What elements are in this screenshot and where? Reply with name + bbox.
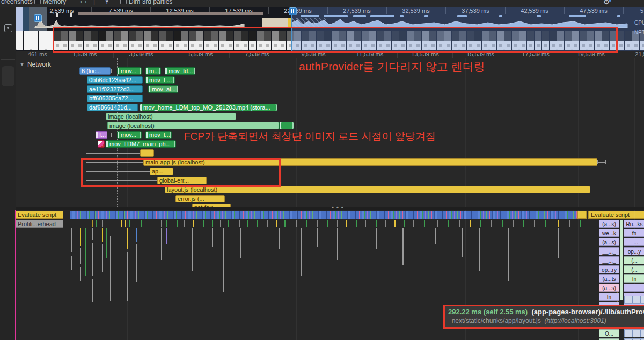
profiling-tick	[129, 220, 130, 227]
upload-icon[interactable]: ↟	[104, 0, 109, 5]
network-request-bar[interactable]: image (localhost)	[106, 113, 236, 120]
flame-frame[interactable]: we...k	[599, 229, 619, 237]
network-request-bar[interactable]	[140, 149, 154, 157]
filmstrip-frame[interactable]	[16, 31, 23, 50]
evaluate-script-activity-bar[interactable]	[70, 211, 577, 219]
ruler-icon[interactable]: ▭	[80, 0, 86, 5]
flame-frame[interactable]: (a...ts	[599, 274, 619, 283]
flame-frame[interactable]: (a...s)	[599, 220, 619, 228]
flame-frame[interactable]: (...	[624, 265, 644, 273]
evaluate-script-frame[interactable]: Evaluate script	[16, 211, 63, 219]
profiling-tick	[569, 220, 570, 227]
sidebar-button[interactable]	[2, 66, 14, 86]
network-request-tail[interactable]	[279, 122, 294, 129]
activity-tick	[106, 228, 107, 258]
profiling-tick	[523, 220, 524, 227]
time-axis-label: -461 ms	[26, 51, 47, 57]
network-request-bar[interactable]: I...	[96, 131, 107, 139]
network-request-bar[interactable]: 0bb6dc123aa42...	[87, 76, 143, 84]
network-request-bar[interactable]: m...	[145, 67, 161, 75]
activity-tick	[240, 228, 241, 258]
flame-frame[interactable]: op...y	[624, 247, 644, 255]
toolbar-separator: |	[93, 0, 95, 5]
filmstrip-frame[interactable]	[24, 31, 31, 50]
main-thread-flamechart: Evaluate script Evaluate script Profili.…	[16, 210, 644, 340]
network-request-bar[interactable]: image (localhost)	[107, 122, 279, 129]
evaluate-script-tail[interactable]	[577, 211, 587, 219]
network-request-bar[interactable]	[98, 140, 105, 148]
network-request-bar[interactable]: mov_Id...	[165, 67, 195, 75]
profiling-tick	[193, 220, 194, 227]
network-request-bar[interactable]: mov_LDM7_main_ph...	[106, 140, 176, 148]
profiling-tick	[177, 220, 178, 227]
annotation-text-authprovider: authProvider를 기다리지 않고 렌더링	[299, 59, 485, 74]
flame-frame[interactable]: __..._	[599, 247, 619, 255]
performance-tooltip: 292.22 ms (self 2.55 ms) (app-pages-brow…	[443, 305, 644, 329]
flame-frame[interactable]: fn	[624, 274, 644, 283]
profiling-tick	[247, 220, 248, 227]
network-request-bar[interactable]: ae11f023272d3...	[87, 85, 143, 93]
network-request-bar[interactable]: 6 (loc...	[79, 67, 111, 75]
evaluate-script-frame-2[interactable]: Evaluate script	[588, 211, 644, 219]
flame-frame[interactable]: fn	[624, 229, 644, 237]
memory-checkbox[interactable]	[34, 0, 41, 4]
flame-grid-frame[interactable]	[624, 296, 644, 304]
profiling-tick	[317, 220, 318, 227]
filmstrip-frame[interactable]	[617, 31, 624, 50]
profiling-tick	[284, 220, 286, 227]
flame-frame[interactable]: fn	[599, 293, 619, 301]
network-request-bar[interactable]: mov...	[117, 131, 142, 139]
network-request-bar[interactable]: layout.js (localhost)	[165, 186, 590, 193]
profiling-tick	[161, 220, 162, 227]
network-request-bar[interactable]: mov_ai...	[148, 85, 178, 93]
activity-tick	[71, 228, 72, 252]
flame-frame[interactable]: Ru...ks	[624, 220, 644, 228]
flame-frame[interactable]	[624, 284, 644, 292]
network-request-bar[interactable]: mov_L...	[145, 76, 175, 84]
performance-toolbar: creenshots Memory ▭ | ↟ Dim 3rd parties …	[0, 0, 644, 8]
network-request-bar[interactable]: error.js (...	[175, 195, 225, 202]
profiling-overhead-frame[interactable]: Profili...erhead	[16, 220, 63, 228]
flame-frame[interactable]: (...	[624, 256, 644, 264]
pause-badge[interactable]	[289, 7, 297, 15]
screenshots-checkbox-label[interactable]: creenshots	[1, 0, 33, 5]
settings-gear-icon[interactable]: ⚙	[603, 0, 610, 6]
profiling-tick	[92, 220, 93, 227]
network-request-bar[interactable]: bff605305ca72...	[87, 95, 143, 102]
screenshot-capture-icon[interactable]	[4, 24, 12, 32]
pause-badge-left[interactable]	[34, 14, 42, 22]
gridline	[409, 210, 409, 340]
network-request-bar[interactable]: mov...	[117, 67, 142, 75]
filmstrip-frame[interactable]	[31, 31, 38, 50]
network-request-bar[interactable]: daf68661421d...	[87, 104, 138, 111]
gridline	[296, 210, 297, 340]
activity-tick	[92, 279, 93, 302]
network-track-title[interactable]: ▼Network	[19, 61, 51, 68]
dim-checkbox[interactable]	[120, 0, 127, 4]
network-request-bar[interactable]: mov_l...	[145, 131, 172, 139]
activity-tick	[110, 236, 111, 301]
request-queue-whisker	[86, 151, 141, 155]
profiling-tick	[502, 220, 503, 227]
profiling-tick	[203, 220, 204, 227]
profiling-tick	[459, 220, 460, 227]
memory-label[interactable]: Memory	[43, 0, 66, 5]
flame-frame[interactable]: (a...s)	[599, 238, 619, 246]
sidebar-divider	[1, 59, 15, 60]
filmstrip-frame[interactable]	[39, 31, 46, 50]
network-request-bar[interactable]: mov_home_LDM_top_MO_251203.mp4 (stora...	[140, 104, 277, 111]
flame-green-strip	[620, 220, 623, 300]
activity-tick	[376, 228, 377, 249]
dim-label[interactable]: Dim 3rd parties	[129, 0, 172, 5]
flame-frame[interactable]: op...ry	[599, 265, 619, 273]
request-queue-whisker	[86, 142, 99, 146]
profiling-tick	[491, 220, 492, 227]
flame-frame[interactable]: (a...s)	[599, 284, 619, 292]
flame-frame[interactable]: O...	[599, 329, 619, 337]
filmstrip-frame[interactable]	[625, 31, 632, 50]
flame-grid-frame[interactable]	[624, 329, 644, 337]
flame-frame[interactable]: __..._	[599, 256, 619, 264]
gridline	[578, 58, 579, 207]
activity-tick	[279, 228, 280, 249]
flame-frame[interactable]: __..._	[624, 238, 644, 246]
